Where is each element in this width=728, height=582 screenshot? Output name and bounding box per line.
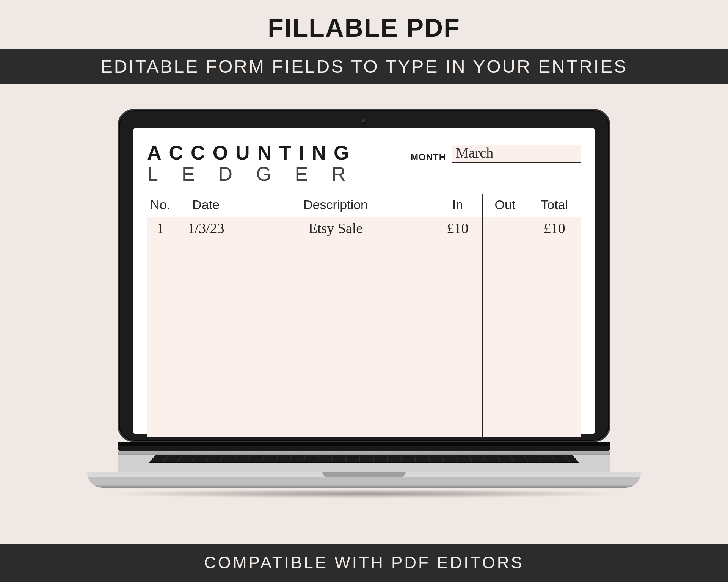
cell-no[interactable]	[147, 415, 174, 436]
cell-total[interactable]	[528, 393, 581, 415]
cell-total[interactable]: £10	[528, 217, 581, 239]
cell-description[interactable]	[238, 283, 433, 305]
cell-date[interactable]: 1/3/23	[174, 217, 238, 239]
cell-date[interactable]	[174, 393, 238, 415]
cell-description[interactable]: Etsy Sale	[238, 217, 433, 239]
table-row	[147, 327, 581, 349]
ledger-logo-line2: LEDGER	[147, 163, 369, 185]
cell-description[interactable]	[238, 415, 433, 436]
laptop-mockup: ACCOUNTING LEDGER MONTH March	[87, 109, 641, 498]
ledger-document: ACCOUNTING LEDGER MONTH March	[133, 128, 595, 434]
ledger-table: No. Date Description In Out Total 11/3/2…	[147, 194, 581, 437]
laptop-hinge	[118, 442, 610, 451]
cell-out[interactable]	[482, 393, 528, 415]
table-row	[147, 415, 581, 436]
cell-out[interactable]	[482, 327, 528, 349]
cell-in[interactable]	[433, 349, 482, 371]
table-row	[147, 283, 581, 305]
cell-total[interactable]	[528, 371, 581, 393]
cell-no[interactable]	[147, 261, 174, 283]
cell-out[interactable]	[482, 349, 528, 371]
cell-no[interactable]: 1	[147, 217, 174, 239]
laptop-shadow	[102, 489, 626, 498]
cell-in[interactable]	[433, 261, 482, 283]
table-row	[147, 393, 581, 415]
month-input[interactable]: March	[452, 145, 581, 163]
camera-icon	[361, 119, 367, 124]
col-total: Total	[528, 194, 581, 217]
table-row: 11/3/23Etsy Sale£10£10	[147, 217, 581, 239]
cell-in[interactable]	[433, 393, 482, 415]
cell-date[interactable]	[174, 239, 238, 261]
cell-no[interactable]	[147, 239, 174, 261]
cell-date[interactable]	[174, 305, 238, 327]
col-out: Out	[482, 194, 528, 217]
cell-total[interactable]	[528, 239, 581, 261]
laptop-kbtop	[118, 451, 610, 455]
table-row	[147, 349, 581, 371]
cell-out[interactable]	[482, 261, 528, 283]
ledger-header: ACCOUNTING LEDGER MONTH March	[147, 141, 581, 185]
cell-description[interactable]	[238, 393, 433, 415]
cell-in[interactable]: £10	[433, 217, 482, 239]
cell-total[interactable]	[528, 261, 581, 283]
banner-bottom: COMPATIBLE WITH PDF EDITORS	[0, 544, 728, 582]
ledger-logo: ACCOUNTING LEDGER	[147, 141, 369, 185]
month-label: MONTH	[411, 152, 446, 163]
laptop-notch	[322, 472, 406, 477]
cell-description[interactable]	[238, 327, 433, 349]
laptop-base	[87, 442, 641, 498]
laptop-lid: ACCOUNTING LEDGER MONTH March	[118, 109, 610, 442]
cell-date[interactable]	[174, 349, 238, 371]
cell-no[interactable]	[147, 349, 174, 371]
cell-no[interactable]	[147, 327, 174, 349]
col-date: Date	[174, 194, 238, 217]
cell-no[interactable]	[147, 371, 174, 393]
cell-description[interactable]	[238, 349, 433, 371]
cell-no[interactable]	[147, 305, 174, 327]
cell-date[interactable]	[174, 371, 238, 393]
cell-description[interactable]	[238, 371, 433, 393]
cell-no[interactable]	[147, 393, 174, 415]
cell-out[interactable]	[482, 371, 528, 393]
cell-date[interactable]	[174, 415, 238, 436]
cell-date[interactable]	[174, 327, 238, 349]
cell-description[interactable]	[238, 305, 433, 327]
cell-out[interactable]	[482, 217, 528, 239]
ledger-table-wrap: No. Date Description In Out Total 11/3/2…	[147, 194, 581, 437]
keyboard-icon	[149, 455, 579, 463]
cell-out[interactable]	[482, 239, 528, 261]
cell-out[interactable]	[482, 415, 528, 436]
cell-out[interactable]	[482, 283, 528, 305]
laptop-front	[87, 472, 641, 488]
cell-date[interactable]	[174, 261, 238, 283]
table-row	[147, 371, 581, 393]
col-in: In	[433, 194, 482, 217]
cell-total[interactable]	[528, 283, 581, 305]
month-group: MONTH March	[411, 141, 581, 163]
cell-total[interactable]	[528, 415, 581, 436]
table-header-row: No. Date Description In Out Total	[147, 194, 581, 217]
cell-in[interactable]	[433, 283, 482, 305]
banner-top: EDITABLE FORM FIELDS TO TYPE IN YOUR ENT…	[0, 49, 728, 84]
cell-in[interactable]	[433, 239, 482, 261]
cell-in[interactable]	[433, 305, 482, 327]
cell-out[interactable]	[482, 305, 528, 327]
ledger-logo-line1: ACCOUNTING	[147, 141, 369, 164]
page-title: FILLABLE PDF	[0, 0, 728, 49]
table-row	[147, 305, 581, 327]
laptop-screen: ACCOUNTING LEDGER MONTH March	[133, 128, 595, 434]
cell-total[interactable]	[528, 327, 581, 349]
cell-in[interactable]	[433, 415, 482, 436]
cell-total[interactable]	[528, 305, 581, 327]
laptop-kb	[118, 455, 610, 472]
cell-total[interactable]	[528, 349, 581, 371]
cell-date[interactable]	[174, 283, 238, 305]
cell-in[interactable]	[433, 371, 482, 393]
cell-description[interactable]	[238, 261, 433, 283]
cell-no[interactable]	[147, 283, 174, 305]
table-row	[147, 239, 581, 261]
cell-description[interactable]	[238, 239, 433, 261]
col-desc: Description	[238, 194, 433, 217]
cell-in[interactable]	[433, 327, 482, 349]
